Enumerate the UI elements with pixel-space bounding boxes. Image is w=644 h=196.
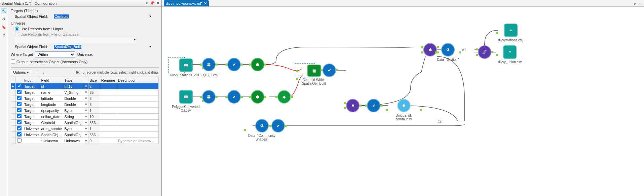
unique-label: Unique: id, community: [388, 114, 420, 121]
where-combo[interactable]: Within: [35, 51, 75, 57]
move-up-button[interactable]: ↑: [33, 70, 39, 74]
output1-label: divvystations.csv: [498, 38, 523, 42]
tab-label: divvy_polygons.yxmd*: [166, 1, 202, 5]
spatial-field2-label: Spatial Object Field:: [15, 45, 52, 49]
unique-tool[interactable]: ❄ Unique: id, community: [388, 99, 420, 121]
select-tool-1[interactable]: ✔: [227, 58, 241, 71]
spatial-tool-3[interactable]: ◈: [277, 90, 291, 104]
file-path-combo[interactable]: ▾: [15, 37, 136, 43]
radio-file-input[interactable]: [15, 32, 19, 36]
row-checkbox[interactable]: [17, 138, 22, 143]
tabbar-close-icon[interactable]: ✕: [638, 2, 643, 6]
col-input[interactable]: Input: [23, 77, 40, 83]
row-checkbox[interactable]: [17, 114, 22, 118]
input-tool-2[interactable]: 📖 PolygonConverted (1).csv: [170, 90, 202, 112]
formula-icon: ⚗: [441, 43, 455, 56]
row-checkbox[interactable]: [17, 126, 22, 130]
spatial-field2-combo[interactable]: SpatialObj_Built ▾: [54, 44, 151, 49]
join-tool-2[interactable]: ✱: [423, 43, 437, 56]
formula-icon: ⚗: [255, 119, 269, 132]
where-suffix: Universe.: [77, 52, 93, 56]
where-label: Where Target: [11, 52, 33, 56]
input1-label: Divvy_Stations_2016_Q1Q2.csv: [170, 73, 202, 77]
close-icon[interactable]: ✕: [155, 1, 160, 6]
browse-tool-1[interactable]: 📇: [202, 58, 216, 71]
spatial-tool-1[interactable]: ⬢: [251, 58, 264, 71]
row-checkbox[interactable]: [17, 120, 22, 124]
spatial-tool-2[interactable]: ⬢: [251, 90, 264, 104]
svg-text:#1: #1: [462, 48, 466, 52]
formula-tool-2[interactable]: ⚗ Data="Station": [437, 43, 459, 62]
col-size[interactable]: Size: [88, 77, 100, 83]
spatial-field-combo[interactable]: Centroid ▾: [54, 14, 151, 18]
table-row[interactable]: TargetCentroidSpatialObj▾536...: [11, 120, 159, 126]
options-button[interactable]: Options ▾: [11, 70, 31, 75]
book-icon: 📖: [179, 58, 193, 72]
browse-tool-2[interactable]: 📇: [202, 90, 216, 104]
workflow-canvas[interactable]: #1 #2 📖 Divvy_Stations_2016_Q1Q2.csv 📇 ✔…: [162, 7, 644, 196]
row-checkbox[interactable]: [17, 102, 22, 106]
spatial-icon: ⬢: [251, 58, 264, 71]
table-row[interactable]: ▸TargetidInt16▾2: [11, 83, 159, 89]
table-row[interactable]: TargetnameV_String▾35: [11, 89, 159, 95]
side-icon-strip: 🔧 ⟳ 🔖 ?: [0, 7, 8, 196]
output2-label: divvy_union.csv: [498, 60, 522, 64]
table-row[interactable]: UniverseSpatialObj...SpatialObj▾536...: [11, 132, 159, 138]
formula1-label: Data="Community Shapes": [246, 134, 278, 141]
tab-bar: divvy_polygons.yxmd* ✕ ▾ ✕: [162, 0, 644, 7]
row-checkbox[interactable]: [17, 132, 22, 136]
snowflake-icon: ❄: [397, 99, 411, 112]
move-down-button[interactable]: ↓: [41, 70, 46, 74]
output-tool-2[interactable]: ≡ divvy_union.csv: [498, 45, 522, 64]
pin-icon[interactable]: 📌: [150, 1, 155, 6]
radio-file-label: Use Records from File or Database:: [21, 32, 79, 36]
join-icon: ✱: [423, 43, 437, 56]
panel-title: Spatial Match (17) - Configuration: [1, 1, 144, 5]
col-field[interactable]: Field: [40, 77, 63, 83]
panel-titlebar: Spatial Match (17) - Configuration ▾ 📌 ✕: [0, 0, 161, 7]
fields-grid[interactable]: Input Field Type Size Rename Description…: [11, 77, 159, 144]
table-row[interactable]: Targetonline_dateString▾10: [11, 114, 159, 120]
output-tool-1[interactable]: ≡ divvystations.csv: [498, 24, 523, 42]
spatial-icon: ⬢: [251, 90, 264, 104]
row-checkbox[interactable]: [17, 90, 22, 94]
tab-close-icon[interactable]: ✕: [204, 1, 207, 6]
input2-label: PolygonConverted (1).csv: [170, 105, 202, 112]
help-icon[interactable]: ?: [1, 32, 7, 38]
join-icon: ✱: [346, 99, 359, 112]
workflow-tab[interactable]: divvy_polygons.yxmd* ✕: [164, 0, 209, 6]
row-checkbox[interactable]: [17, 108, 22, 112]
reorder-tip: TIP: To reorder multiple rows: select, r…: [74, 71, 159, 74]
table-row[interactable]: TargetlatitudeDouble▾8: [11, 95, 159, 102]
table-row[interactable]: TargetlongitudeDouble▾8: [11, 102, 159, 108]
select-tool-4[interactable]: ✔: [323, 64, 336, 77]
tabbar-dropdown-icon[interactable]: ▾: [633, 2, 637, 6]
wrench-icon[interactable]: 🔧: [1, 8, 7, 14]
select-tool-2[interactable]: ✔: [227, 90, 241, 104]
spatial-field-label: Spatial Object Field:: [15, 14, 52, 18]
table-row[interactable]: Universearea_numbeByte▾1: [11, 126, 159, 132]
nav-icon[interactable]: ⟳: [1, 16, 7, 22]
input-tool-1[interactable]: 📖 Divvy_Stations_2016_Q1Q2.csv: [170, 58, 202, 77]
join-tool-1[interactable]: ✱: [346, 99, 359, 112]
dropdown-icon[interactable]: ▾: [145, 1, 149, 6]
table-row[interactable]: *UnknownUnknown▾0Dynamic or Unknow...: [11, 138, 159, 144]
radio-u-input[interactable]: [15, 27, 19, 31]
intersect-label: Output Intersection Object (Intersects O…: [16, 60, 88, 64]
row-checkbox[interactable]: [17, 84, 22, 88]
select-tool-5[interactable]: ✔: [367, 99, 380, 112]
col-type[interactable]: Type: [63, 77, 84, 83]
tag-icon[interactable]: 🔖: [1, 24, 7, 30]
intersect-checkbox[interactable]: [11, 60, 15, 64]
check-icon: ✔: [227, 90, 241, 104]
col-description[interactable]: Description: [117, 77, 158, 83]
table-row[interactable]: TargetdpcapacityByte▾1: [11, 108, 159, 114]
spatialmatch-label: Centroid Within SpatialObj_Built: [298, 78, 330, 85]
check-icon: ✔: [271, 119, 285, 132]
union-tool[interactable]: 🧬: [478, 45, 491, 59]
col-rename[interactable]: Rename: [100, 77, 117, 83]
check-icon: ✔: [323, 64, 336, 77]
spatial-match-icon: ▦: [307, 65, 321, 77]
select-tool-3[interactable]: ✔: [271, 119, 285, 132]
row-checkbox[interactable]: [17, 96, 22, 100]
